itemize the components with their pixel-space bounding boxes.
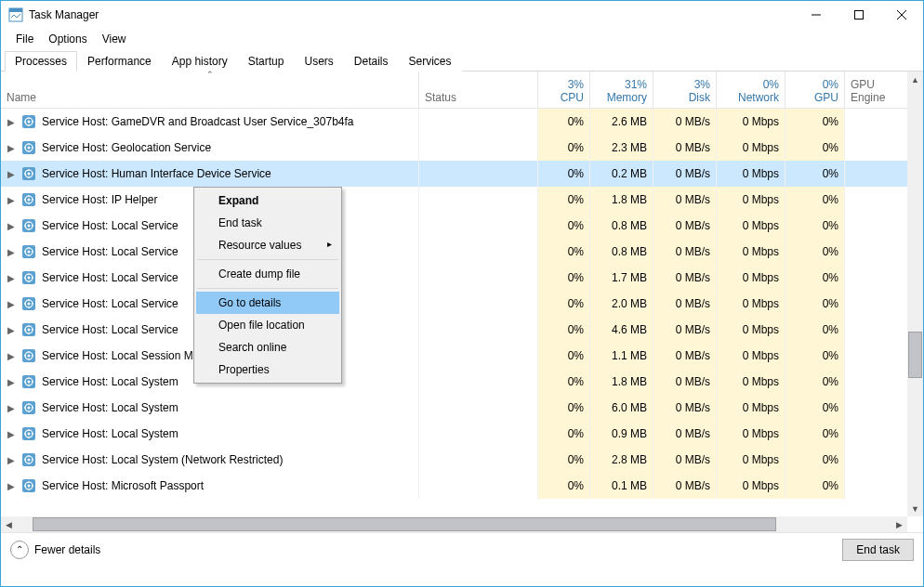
col-name[interactable]: ⌃Name [1,72,419,109]
context-menu[interactable]: ExpandEnd taskResource valuesCreate dump… [193,187,342,384]
gpu-engine-cell [845,447,912,473]
menu-bar: File Options View [1,29,923,49]
minimize-button[interactable] [795,1,838,29]
expand-icon[interactable]: ▶ [7,377,16,387]
grid-body[interactable]: ▶Service Host: GameDVR and Broadcast Use… [1,109,923,517]
gpu-engine-cell [845,265,912,291]
col-cpu[interactable]: 3%CPU [538,72,590,109]
svg-point-29 [28,199,31,202]
network-cell: 0 Mbps [717,395,785,421]
col-network[interactable]: 0%Network [717,72,785,109]
expand-icon[interactable]: ▶ [7,351,16,361]
gpu-cell: 0% [785,395,845,421]
table-row[interactable]: ▶Service Host: Local Service0%4.6 MB0 MB… [1,317,923,343]
expand-icon[interactable]: ▶ [7,221,16,231]
context-menu-item[interactable]: Create dump file [196,263,339,285]
col-status[interactable]: Status [419,72,538,109]
table-row[interactable]: ▶Service Host: IP Helper0%1.8 MB0 MB/s0 … [1,187,923,213]
menu-file[interactable]: File [8,29,41,49]
cpu-cell: 0% [538,187,590,213]
expand-icon[interactable]: ▶ [7,169,16,179]
tab-services[interactable]: Services [399,51,462,72]
context-menu-item[interactable]: Open file location [196,314,339,336]
table-row[interactable]: ▶Service Host: Local System0%0.9 MB0 MB/… [1,421,923,447]
expand-icon[interactable]: ▶ [7,195,16,205]
tab-startup[interactable]: Startup [238,51,295,72]
table-row[interactable]: ▶Service Host: Local System0%1.8 MB0 MB/… [1,369,923,395]
col-disk[interactable]: 3%Disk [653,72,717,109]
vertical-scrollbar[interactable]: ▲ ▼ [907,72,923,516]
col-gpu-engine[interactable]: GPU Engine [845,72,912,109]
gpu-cell: 0% [785,213,845,239]
fewer-details-button[interactable]: ⌃ Fewer details [10,541,100,559]
table-row[interactable]: ▶Service Host: Human Interface Device Se… [1,161,923,187]
cpu-cell: 0% [538,473,590,499]
gpu-engine-cell [845,369,912,395]
svg-point-15 [28,147,31,150]
status-cell [419,317,538,343]
expand-icon[interactable]: ▶ [7,403,16,413]
table-row[interactable]: ▶Service Host: Local Service0%0.8 MB0 MB… [1,239,923,265]
context-menu-item[interactable]: Go to details [196,292,339,314]
expand-icon[interactable]: ▶ [7,117,16,127]
end-task-button[interactable]: End task [842,539,914,561]
context-menu-item[interactable]: Properties [196,359,339,381]
tab-users[interactable]: Users [294,51,343,72]
maximize-button[interactable] [838,1,880,29]
table-row[interactable]: ▶Service Host: Local System0%6.0 MB0 MB/… [1,395,923,421]
network-cell: 0 Mbps [717,343,785,369]
scroll-down-icon[interactable]: ▼ [907,501,923,516]
context-menu-item[interactable]: End task [196,212,339,234]
scroll-left-icon[interactable]: ◀ [1,516,17,532]
title-bar[interactable]: Task Manager [1,1,923,29]
table-row[interactable]: ▶Service Host: Local Service0%1.7 MB0 MB… [1,265,923,291]
disk-cell: 0 MB/s [653,265,717,291]
menu-options[interactable]: Options [41,29,94,49]
context-menu-item[interactable]: Resource values [196,234,339,256]
context-menu-item[interactable]: Search online [196,336,339,359]
expand-icon[interactable]: ▶ [7,143,16,153]
vertical-thumb[interactable] [908,332,922,378]
expand-icon[interactable]: ▶ [7,299,16,309]
table-row[interactable]: ▶Service Host: Local Service0%2.0 MB0 MB… [1,291,923,317]
gpu-cell: 0% [785,187,845,213]
expand-icon[interactable]: ▶ [7,247,16,257]
expand-icon[interactable]: ▶ [7,273,16,283]
gpu-cell: 0% [785,317,845,343]
collapse-icon: ⌃ [10,541,29,559]
menu-view[interactable]: View [95,29,134,49]
network-cell: 0 Mbps [717,447,785,473]
svg-point-99 [28,459,31,462]
table-row[interactable]: ▶Service Host: GameDVR and Broadcast Use… [1,109,923,135]
tab-performance[interactable]: Performance [77,51,162,72]
table-row[interactable]: ▶Service Host: Local Session Manager0%1.… [1,343,923,369]
expand-icon[interactable]: ▶ [7,455,16,465]
close-button[interactable] [880,1,923,29]
col-memory[interactable]: 31%Memory [590,72,653,109]
tab-details[interactable]: Details [344,51,399,72]
expand-icon[interactable]: ▶ [7,429,16,439]
status-cell [419,291,538,317]
tab-processes[interactable]: Processes [5,51,77,72]
table-row[interactable]: ▶Service Host: Microsoft Passport0%0.1 M… [1,473,923,499]
tab-app-history[interactable]: App history [162,51,238,72]
process-name: Service Host: Local System [42,375,178,388]
memory-cell: 1.8 MB [590,187,653,213]
expand-icon[interactable]: ▶ [7,481,16,491]
table-row[interactable]: ▶Service Host: Local System (Network Res… [1,447,923,473]
network-cell: 0 Mbps [717,161,785,187]
horizontal-thumb[interactable] [33,517,776,531]
col-gpu[interactable]: 0%GPU [785,72,845,109]
context-menu-item[interactable]: Expand [196,189,339,212]
expand-icon[interactable]: ▶ [7,325,16,335]
process-grid: ⌃Name Status 3%CPU 31%Memory 3%Disk 0%Ne… [1,72,923,532]
horizontal-scrollbar[interactable]: ◀ ▶ [1,516,907,532]
table-row[interactable]: ▶Service Host: Geolocation Service0%2.3 … [1,135,923,161]
gpu-cell: 0% [785,161,845,187]
scroll-right-icon[interactable]: ▶ [891,516,907,532]
scroll-up-icon[interactable]: ▲ [907,72,923,87]
cpu-cell: 0% [538,317,590,343]
table-row[interactable]: ▶Service Host: Local Service0%0.8 MB0 MB… [1,213,923,239]
process-name: Service Host: Geolocation Service [42,141,211,154]
memory-cell: 2.0 MB [590,291,653,317]
